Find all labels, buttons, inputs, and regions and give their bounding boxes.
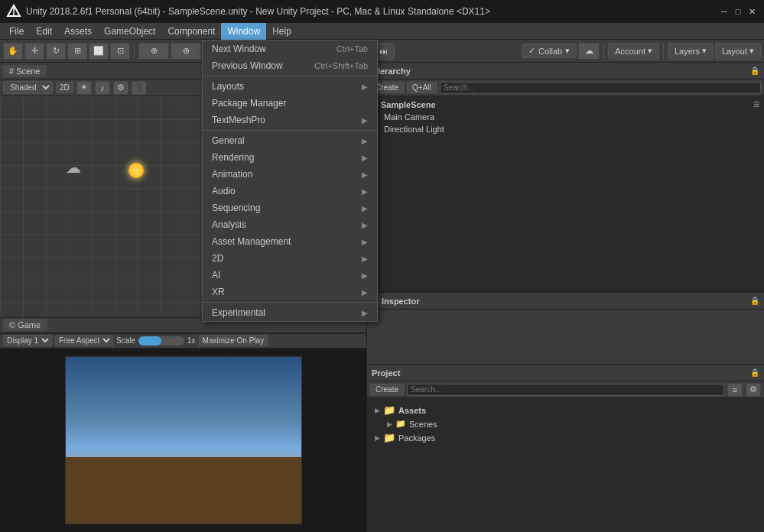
menu-audio[interactable]: Audio ▶ [203,183,377,200]
hand-tool-button[interactable]: ✋ [3,43,23,60]
dropdown-sep-3 [203,302,377,303]
menu-previous-window[interactable]: Previous Window Ctrl+Shift+Tab [203,57,377,74]
project-create-button[interactable]: Create [370,384,404,395]
scale-label: Scale [116,336,135,345]
rotate-tool-button[interactable]: ↻ [46,43,66,60]
cloud-button[interactable]: ☁ [578,43,600,60]
hierarchy-item-directionallight[interactable]: Directional Light [379,123,764,135]
scene-fx-button[interactable]: ⚙ [113,81,128,95]
ai-arrow: ▶ [362,271,368,280]
textmeshpro-arrow: ▶ [362,116,368,125]
hierarchy-item-samplescene[interactable]: ◈ SampleScene ☰ [367,98,764,111]
restore-button[interactable]: □ [732,5,744,18]
transform-tool-button[interactable]: ⊡ [110,43,130,60]
menu-next-window[interactable]: Next Window Ctrl+Tab [203,41,377,57]
menu-package-manager[interactable]: Package Manager [203,95,377,112]
menu-rendering[interactable]: Rendering ▶ [203,149,377,166]
menu-xr[interactable]: XR ▶ [203,284,377,300]
title-text: Unity 2018.2.6f1 Personal (64bit) - Samp… [26,6,718,17]
project-filter-button[interactable]: ≡ [727,383,743,397]
menu-file[interactable]: File [3,23,30,40]
menu-experimental[interactable]: Experimental ▶ [203,304,377,321]
2d-label: 2D [212,253,223,264]
project-lock-icon[interactable]: 🔒 [750,368,759,377]
asset-management-label: Asset Management [212,236,291,247]
project-item-packages[interactable]: ▶ 📁 Packages [372,430,759,445]
scale-slider[interactable] [138,336,184,345]
inspector-header: ℹ Inspector 🔒 [367,293,764,310]
rendering-arrow: ▶ [362,154,368,162]
menu-general[interactable]: General ▶ [203,132,377,149]
analysis-arrow: ▶ [362,221,368,229]
menu-textmeshpro[interactable]: TextMeshPro ▶ [203,112,377,128]
hierarchy-lock-icon[interactable]: 🔒 [750,66,759,75]
menu-analysis[interactable]: Analysis ▶ [203,216,377,233]
minimize-button[interactable]: ─ [718,5,730,18]
menu-help[interactable]: Help [266,23,297,40]
hierarchy-content: ◈ SampleScene ☰ Main Camera Directional … [367,96,764,291]
display-dropdown[interactable]: Display 1 [3,335,52,346]
menu-asset-management[interactable]: Asset Management ▶ [203,233,377,250]
ai-label: AI [212,270,220,281]
hierarchy-item-maincamera[interactable]: Main Camera [379,111,764,123]
tab-game[interactable]: © Game [3,319,47,331]
move-tool-button[interactable]: ✛ [24,43,44,60]
global-local-button[interactable]: ⊕ [171,43,201,60]
scene-cloud: ☁ [66,158,81,177]
audio-label: Audio [212,186,236,196]
hierarchy-item-label: Directional Light [384,125,444,134]
hierarchy-scene-menu[interactable]: ☰ [753,101,759,109]
account-button[interactable]: Account ▾ [608,43,659,60]
menu-component[interactable]: Component [161,23,221,40]
collab-arrow: ▾ [565,46,570,56]
menu-sequencing[interactable]: Sequencing ▶ [203,200,377,216]
tab-scene[interactable]: # Scene [3,65,47,77]
main-layout: # Scene Shaded 2D ☀ ♪ ⚙ 🎥 ☁ [0,63,764,532]
project-panel: Project 🔒 Create ≡ ⚙ ▶ 📁 Assets ▶ 📁 Scen… [367,364,764,532]
aspect-dropdown[interactable]: Free Aspect [55,335,113,346]
textmeshpro-label: TextMeshPro [212,115,265,125]
title-bar: Unity 2018.2.6f1 Personal (64bit) - Samp… [0,0,764,23]
menu-edit[interactable]: Edit [30,23,58,40]
collab-checkmark: ✓ [528,46,535,56]
scale-tool-button[interactable]: ⊞ [67,43,87,60]
center-pivot-button[interactable]: ⊕ [138,43,169,60]
menu-assets[interactable]: Assets [58,23,98,40]
scene-cam-button[interactable]: 🎥 [132,81,147,95]
layers-arrow: ▾ [702,46,707,56]
rect-tool-button[interactable]: ⬜ [89,43,109,60]
close-button[interactable]: ✕ [746,5,758,18]
menu-gameobject[interactable]: GameObject [98,23,161,40]
previous-window-label: Previous Window [212,60,283,71]
collab-label: Collab [538,47,562,56]
collab-button[interactable]: ✓ Collab ▾ [522,44,577,58]
audio-arrow: ▶ [362,187,368,196]
project-item-label: Scenes [409,420,437,429]
layouts-label: Layouts [212,81,244,92]
previous-window-shortcut: Ctrl+Shift+Tab [314,61,368,70]
menu-layouts[interactable]: Layouts ▶ [203,78,377,95]
game-view: © Game Display 1 Free Aspect Scale 1x Ma… [0,318,366,532]
scene-light-button[interactable]: ☀ [76,81,92,95]
inspector-lock-icon[interactable]: 🔒 [750,297,759,305]
project-item-scenes[interactable]: ▶ 📁 Scenes [372,417,759,430]
menu-window[interactable]: Window [221,23,266,40]
project-search-input[interactable] [407,384,724,396]
window-controls: ─ □ ✕ [718,5,758,18]
2d-button[interactable]: 2D [56,82,73,93]
analysis-label: Analysis [212,219,246,230]
project-item-assets[interactable]: ▶ 📁 Assets [372,403,759,417]
menu-animation[interactable]: Animation ▶ [203,166,377,183]
layout-button[interactable]: Layout ▾ [715,43,761,60]
project-settings-button[interactable]: ⚙ [746,383,761,397]
maximize-button[interactable]: Maximize On Play [199,335,268,346]
project-content: ▶ 📁 Assets ▶ 📁 Scenes ▶ 📁 Packages [367,398,764,532]
layers-button[interactable]: Layers ▾ [668,43,714,60]
scene-audio-button[interactable]: ♪ [95,81,110,95]
shading-dropdown[interactable]: Shaded [3,81,53,94]
hierarchy-search-input[interactable] [440,82,761,94]
menu-ai[interactable]: AI ▶ [203,267,377,284]
hierarchy-all-button[interactable]: Q+All [407,82,437,93]
menu-2d[interactable]: 2D ▶ [203,250,377,267]
hierarchy-item-label: SampleScene [381,100,436,109]
